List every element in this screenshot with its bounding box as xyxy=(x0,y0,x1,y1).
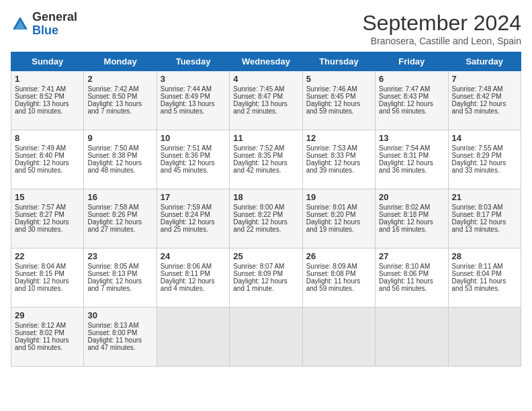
sunset-text: Sunset: 8:22 PM xyxy=(233,211,283,218)
day-number: 5 xyxy=(306,74,371,84)
daylight-text: Daylight: 12 hours and 16 minutes. xyxy=(379,218,433,233)
sunrise-text: Sunrise: 7:45 AM xyxy=(233,85,284,93)
day-number: 23 xyxy=(87,251,152,261)
day-number: 11 xyxy=(233,133,298,143)
daylight-text: Daylight: 12 hours and 39 minutes. xyxy=(306,159,361,174)
table-row xyxy=(157,308,229,367)
calendar-week-row: 1Sunrise: 7:41 AMSunset: 8:52 PMDaylight… xyxy=(11,71,521,130)
table-row: 1Sunrise: 7:41 AMSunset: 8:52 PMDaylight… xyxy=(11,71,84,130)
sunset-text: Sunset: 8:38 PM xyxy=(87,152,137,159)
title-block: September 2024 Branosera, Castille and L… xyxy=(362,11,521,46)
sunset-text: Sunset: 8:49 PM xyxy=(161,93,210,100)
header-row: Sunday Monday Tuesday Wednesday Thursday… xyxy=(11,52,521,71)
day-number: 10 xyxy=(161,133,226,143)
daylight-text: Daylight: 12 hours and 7 minutes. xyxy=(87,277,142,292)
daylight-text: Daylight: 12 hours and 22 minutes. xyxy=(233,218,287,233)
sunrise-text: Sunrise: 7:44 AM xyxy=(161,85,212,93)
calendar-week-row: 22Sunrise: 8:04 AMSunset: 8:15 PMDayligh… xyxy=(11,248,521,308)
table-row xyxy=(375,308,448,367)
table-row: 25Sunrise: 8:07 AMSunset: 8:09 PMDayligh… xyxy=(230,248,302,308)
day-number: 15 xyxy=(15,192,80,202)
daylight-text: Daylight: 12 hours and 42 minutes. xyxy=(233,159,287,174)
sunset-text: Sunset: 8:47 PM xyxy=(233,93,283,100)
table-row: 5Sunrise: 7:46 AMSunset: 8:45 PMDaylight… xyxy=(302,71,375,130)
col-tuesday: Tuesday xyxy=(157,52,229,71)
month-title: September 2024 xyxy=(362,11,521,36)
sunset-text: Sunset: 8:43 PM xyxy=(379,93,429,100)
sunset-text: Sunset: 8:18 PM xyxy=(379,211,429,218)
sunrise-text: Sunrise: 8:09 AM xyxy=(306,263,357,270)
day-number: 19 xyxy=(306,192,371,202)
daylight-text: Daylight: 11 hours and 59 minutes. xyxy=(306,277,361,292)
table-row: 4Sunrise: 7:45 AMSunset: 8:47 PMDaylight… xyxy=(230,71,302,130)
logo: General Blue xyxy=(11,11,77,38)
table-row: 10Sunrise: 7:51 AMSunset: 8:36 PMDayligh… xyxy=(157,130,229,189)
sunrise-text: Sunrise: 8:11 AM xyxy=(452,263,503,270)
day-number: 29 xyxy=(15,310,80,320)
logo-general: General xyxy=(32,10,77,24)
day-number: 1 xyxy=(15,74,80,84)
daylight-text: Daylight: 11 hours and 56 minutes. xyxy=(379,277,433,292)
table-row: 6Sunrise: 7:47 AMSunset: 8:43 PMDaylight… xyxy=(375,71,448,130)
sunset-text: Sunset: 8:13 PM xyxy=(87,270,137,277)
col-friday: Friday xyxy=(375,52,448,71)
sunset-text: Sunset: 8:24 PM xyxy=(161,211,210,218)
daylight-text: Daylight: 11 hours and 53 minutes. xyxy=(452,277,506,292)
calendar-week-row: 29Sunrise: 8:12 AMSunset: 8:02 PMDayligh… xyxy=(11,308,521,367)
day-number: 18 xyxy=(233,192,298,202)
col-monday: Monday xyxy=(84,52,157,71)
sunrise-text: Sunrise: 7:58 AM xyxy=(87,203,138,211)
sunrise-text: Sunrise: 8:04 AM xyxy=(15,263,66,270)
daylight-text: Daylight: 12 hours and 13 minutes. xyxy=(452,218,506,233)
daylight-text: Daylight: 12 hours and 30 minutes. xyxy=(15,218,69,233)
sunrise-text: Sunrise: 7:49 AM xyxy=(15,144,66,152)
daylight-text: Daylight: 12 hours and 56 minutes. xyxy=(379,100,433,115)
table-row: 17Sunrise: 7:59 AMSunset: 8:24 PMDayligh… xyxy=(157,189,229,248)
sunset-text: Sunset: 8:09 PM xyxy=(233,270,283,277)
daylight-text: Daylight: 12 hours and 25 minutes. xyxy=(161,218,215,233)
table-row: 28Sunrise: 8:11 AMSunset: 8:04 PMDayligh… xyxy=(448,248,521,308)
sunrise-text: Sunrise: 7:51 AM xyxy=(161,144,212,152)
sunrise-text: Sunrise: 8:06 AM xyxy=(161,263,212,270)
sunrise-text: Sunrise: 8:05 AM xyxy=(87,263,138,270)
table-row: 29Sunrise: 8:12 AMSunset: 8:02 PMDayligh… xyxy=(11,308,84,367)
daylight-text: Daylight: 12 hours and 36 minutes. xyxy=(379,159,433,174)
daylight-text: Daylight: 12 hours and 59 minutes. xyxy=(306,100,361,115)
table-row: 21Sunrise: 8:03 AMSunset: 8:17 PMDayligh… xyxy=(448,189,521,248)
day-number: 8 xyxy=(15,133,80,143)
table-row: 26Sunrise: 8:09 AMSunset: 8:08 PMDayligh… xyxy=(302,248,375,308)
sunset-text: Sunset: 8:26 PM xyxy=(87,211,137,218)
day-number: 12 xyxy=(306,133,371,143)
sunset-text: Sunset: 8:06 PM xyxy=(379,270,429,277)
daylight-text: Daylight: 12 hours and 48 minutes. xyxy=(87,159,142,174)
sunrise-text: Sunrise: 7:57 AM xyxy=(15,203,66,211)
sunset-text: Sunset: 8:50 PM xyxy=(87,93,137,100)
table-row xyxy=(448,308,521,367)
sunset-text: Sunset: 8:35 PM xyxy=(233,152,283,159)
table-row: 23Sunrise: 8:05 AMSunset: 8:13 PMDayligh… xyxy=(84,248,157,308)
sunrise-text: Sunrise: 7:54 AM xyxy=(379,144,430,152)
col-wednesday: Wednesday xyxy=(230,52,302,71)
sunrise-text: Sunrise: 8:01 AM xyxy=(306,203,357,211)
calendar-header: Sunday Monday Tuesday Wednesday Thursday… xyxy=(11,52,521,71)
location: Branosera, Castille and Leon, Spain xyxy=(362,36,521,46)
day-number: 2 xyxy=(87,74,152,84)
sunset-text: Sunset: 8:31 PM xyxy=(379,152,429,159)
sunrise-text: Sunrise: 7:41 AM xyxy=(15,85,66,93)
table-row: 27Sunrise: 8:10 AMSunset: 8:06 PMDayligh… xyxy=(375,248,448,308)
sunrise-text: Sunrise: 8:10 AM xyxy=(379,263,430,270)
sunrise-text: Sunrise: 7:52 AM xyxy=(233,144,284,152)
calendar-week-row: 15Sunrise: 7:57 AMSunset: 8:27 PMDayligh… xyxy=(11,189,521,248)
day-number: 3 xyxy=(161,74,226,84)
table-row: 2Sunrise: 7:42 AMSunset: 8:50 PMDaylight… xyxy=(84,71,157,130)
sunrise-text: Sunrise: 7:47 AM xyxy=(379,85,430,93)
table-row: 11Sunrise: 7:52 AMSunset: 8:35 PMDayligh… xyxy=(230,130,302,189)
sunset-text: Sunset: 8:42 PM xyxy=(452,93,502,100)
sunrise-text: Sunrise: 7:50 AM xyxy=(87,144,138,152)
day-number: 21 xyxy=(452,192,517,202)
sunset-text: Sunset: 8:17 PM xyxy=(452,211,502,218)
daylight-text: Daylight: 13 hours and 10 minutes. xyxy=(15,100,69,115)
sunset-text: Sunset: 8:52 PM xyxy=(15,93,64,100)
sunrise-text: Sunrise: 7:59 AM xyxy=(161,203,212,211)
sunset-text: Sunset: 8:15 PM xyxy=(15,270,64,277)
